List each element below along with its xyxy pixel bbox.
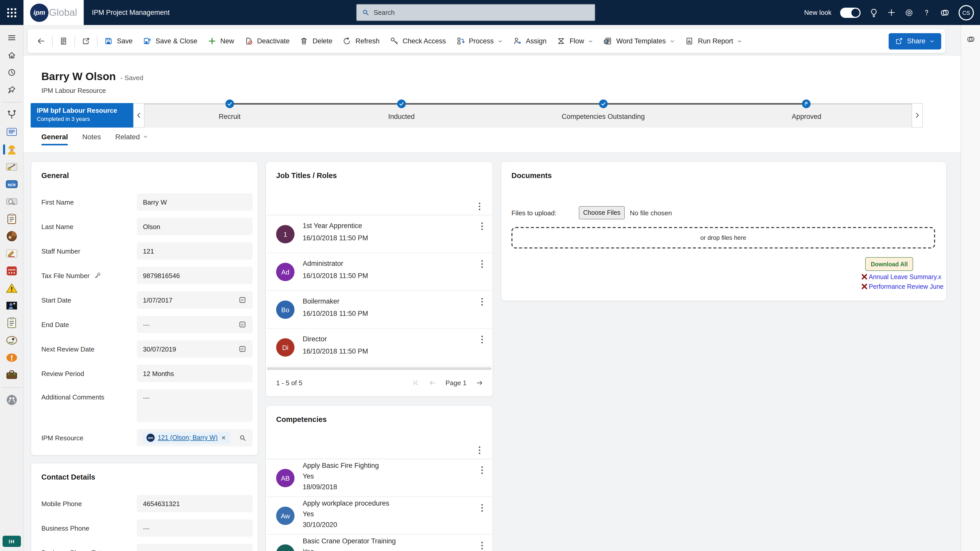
delete-file-icon[interactable] [861,273,868,280]
field-input[interactable]: Barry W [137,193,253,211]
calendar-icon[interactable] [239,345,247,353]
add-plus-icon[interactable] [887,8,896,17]
field-input[interactable]: ipm121 (Olson; Barry W) [137,429,253,446]
flow-button[interactable]: Flow [552,32,598,50]
row-kebab-icon[interactable] [480,502,484,513]
ipm-global-logo[interactable]: ipm Global [24,0,84,25]
download-all-button[interactable]: Download All [865,257,913,271]
field-input[interactable]: 4654631321 [137,495,253,512]
file-link[interactable]: Performance Review June [869,283,943,290]
lookup-remove-icon[interactable] [221,435,227,441]
lookup-search-icon[interactable] [239,434,247,441]
run-report-button[interactable]: Run Report [680,32,748,50]
file-link[interactable]: Annual Leave Summary.x [869,273,941,280]
process-button[interactable]: Process [451,32,508,50]
field-input[interactable]: --- [137,316,253,333]
waffle-menu-icon[interactable] [0,0,24,25]
first-page-icon[interactable] [412,379,420,386]
user-avatar[interactable]: CS [959,5,974,20]
job-titles-horizontal-scrollbar[interactable] [267,367,492,370]
sidebar-recent-clock-icon[interactable] [2,64,21,81]
back-arrow-button[interactable] [32,32,51,50]
bpf-stage-approved[interactable]: Approved [792,103,821,121]
help-question-icon[interactable] [922,8,931,17]
row-kebab-icon[interactable] [480,296,484,307]
sidebar-checklist-app-icon[interactable] [2,314,21,332]
competency-row[interactable]: ABApply Basic Fire FightingYes18/09/2018 [266,459,492,497]
field-input[interactable]: Olson [137,218,253,235]
sidebar-induction-app-icon[interactable] [2,297,21,314]
sidebar-allocation-pie-app-icon[interactable] [2,227,21,245]
job-title-row[interactable]: AdAdministrator16/10/2018 11:50 PM [266,253,492,291]
job-titles-commands-kebab-icon[interactable] [478,200,481,212]
deactivate-button[interactable]: Deactivate [239,32,295,50]
sidebar-area-switcher-icon[interactable] [2,106,21,124]
sidebar-briefcase-app-icon[interactable] [2,366,21,384]
sidebar-clipboard-app-icon[interactable] [2,210,21,227]
refresh-button[interactable]: Refresh [338,32,385,50]
save-close-button[interactable]: Save & Close [138,32,203,50]
competency-row[interactable]: BCBasic Crane Operator TrainingYes [266,535,492,551]
word-templates-button[interactable]: Word Templates [598,32,680,50]
calendar-icon[interactable] [239,296,247,304]
bpf-next-stage-button[interactable] [912,103,923,127]
tab-related[interactable]: Related [115,133,148,145]
bpf-previous-stage-button[interactable] [133,103,145,127]
competency-row[interactable]: AwApply workplace proceduresYes30/10/202… [266,497,492,535]
row-kebab-icon[interactable] [480,333,484,345]
sidebar-incident-alert-app-icon[interactable] [2,349,21,366]
field-input[interactable]: 1/07/2017 [137,291,253,309]
field-input[interactable]: 121 [137,242,253,260]
form-switcher-button[interactable] [54,32,73,50]
tab-notes[interactable]: Notes [82,133,101,145]
check-access-button[interactable]: Check Access [385,32,451,50]
global-search[interactable] [356,4,595,21]
file-dropzone[interactable]: or drop files here [511,227,935,248]
popout-button[interactable] [76,32,95,50]
sidebar-pin-icon[interactable] [2,81,21,98]
lightbulb-icon[interactable] [869,8,878,17]
sidebar-documents-app-icon[interactable] [2,124,21,141]
delete-file-icon[interactable] [861,283,868,290]
job-title-row[interactable]: BoBoilermaker16/10/2018 11:50 PM [266,291,492,329]
settings-gear-icon[interactable] [904,8,914,17]
bpf-stage-inducted[interactable]: Inducted [388,103,415,121]
delete-button[interactable]: Delete [295,32,338,50]
save-button[interactable]: Save [99,32,138,50]
job-title-row[interactable]: DiDirector16/10/2018 11:50 PM [266,329,492,366]
bpf-active-stage-box[interactable]: IPM bpf Labour Resource Completed in 3 y… [30,103,133,127]
row-kebab-icon[interactable] [480,464,484,476]
competencies-commands-kebab-icon[interactable] [478,445,481,456]
field-input[interactable]: 9879816546 [137,267,253,284]
copilot-icon[interactable] [940,7,950,17]
sidebar-gauge-app-icon[interactable] [2,332,21,349]
field-input[interactable]: 30/07/2019 [137,340,253,358]
assign-button[interactable]: Assign [508,32,552,50]
search-input[interactable] [374,9,590,16]
field-input[interactable]: 12 Months [137,365,253,382]
tab-general[interactable]: General [41,133,68,145]
sidebar-review-search-app-icon[interactable] [2,193,21,210]
sidebar-survey-app-icon[interactable] [2,158,21,176]
environment-badge[interactable]: IH [3,536,21,547]
sidebar-hazard-warning-app-icon[interactable] [2,279,21,297]
bpf-stage-recruit[interactable]: Recruit [219,103,241,121]
row-kebab-icon[interactable] [480,221,484,232]
previous-page-icon[interactable] [429,379,436,386]
sidebar-home-icon[interactable] [2,46,21,64]
sidebar-review-writing-app-icon[interactable] [2,245,21,262]
job-title-row[interactable]: 11st Year Apprentice16/10/2018 11:50 PM [266,215,492,253]
row-kebab-icon[interactable] [480,258,484,270]
sidebar-safety-people-app-icon[interactable] [2,391,21,409]
sidebar-hamburger-icon[interactable] [2,29,21,46]
calendar-icon[interactable] [239,321,247,329]
sidebar-event-app-icon[interactable]: event [2,262,21,279]
field-input[interactable] [137,544,253,551]
new-look-toggle[interactable] [840,7,861,17]
bpf-stage-competencies-outstanding[interactable]: Competencies Outstanding [562,103,645,121]
next-page-icon[interactable] [476,379,484,386]
share-button[interactable]: Share [889,33,941,49]
sidebar-labour-resource-app-icon[interactable] [2,141,21,158]
field-input[interactable]: --- [137,389,253,422]
sidebar-ncr-app-icon[interactable]: NCR [2,176,21,193]
